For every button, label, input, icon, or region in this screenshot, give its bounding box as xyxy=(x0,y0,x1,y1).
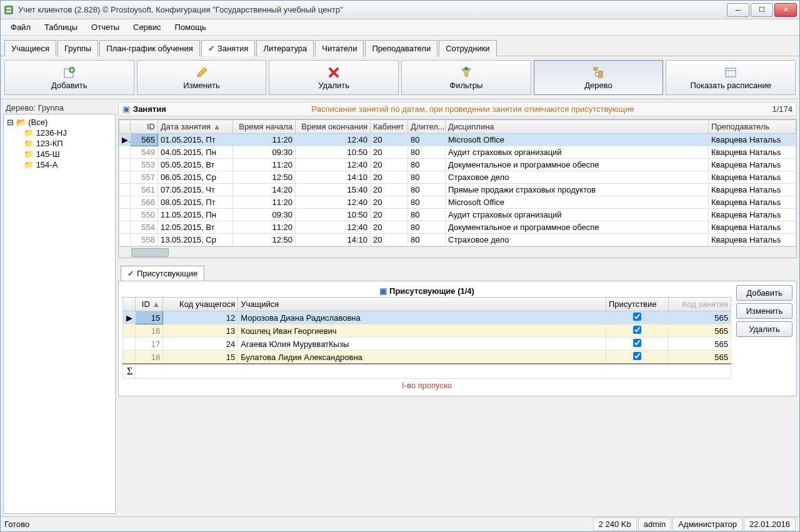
tree-panel: Дерево: Группа ⊟ 📂 (Все) 📁 1236-HJ 📁 123… xyxy=(3,102,116,514)
filters-button[interactable]: Фильтры xyxy=(401,60,531,95)
col-indicator[interactable] xyxy=(119,120,131,134)
cell-presence[interactable] xyxy=(606,351,669,364)
sub-grid-header[interactable]: ID ▲ Код учащегося Учащийся Присутствие … xyxy=(123,298,731,311)
edit-button[interactable]: Изменить xyxy=(137,60,267,95)
presence-checkbox[interactable] xyxy=(633,326,641,334)
row-indicator xyxy=(123,338,136,351)
subtab-attendees[interactable]: ✔Присутсвующие xyxy=(121,266,204,281)
cell-end: 12:40 xyxy=(296,159,371,171)
maximize-button[interactable]: ☐ xyxy=(751,3,773,17)
attendees-grid[interactable]: ID ▲ Код учащегося Учащийся Присутствие … xyxy=(122,297,731,379)
col-date[interactable]: Дата занятия ▲ xyxy=(158,120,233,134)
col-room[interactable]: Кабинет xyxy=(371,120,408,134)
tab-lessons[interactable]: ✔Занятия xyxy=(201,40,256,56)
sub-content: ▣Присутсвующие (1/4) ID ▲ Код учащегося … xyxy=(118,281,797,396)
col-duration[interactable]: Длител... xyxy=(408,120,446,134)
presence-checkbox[interactable] xyxy=(633,339,641,347)
cell-date: 07.05.2015, Чт xyxy=(158,184,233,196)
cell-date: 13.05.2015, Ср xyxy=(158,234,233,246)
titlebar[interactable]: Учет клиентов (2.828) © Prostoysoft. Кон… xyxy=(1,1,799,19)
sub-col-code[interactable]: Код учащегося xyxy=(163,298,238,311)
cell-date: 12.05.2015, Вт xyxy=(158,221,233,234)
tree-button[interactable]: Дерево xyxy=(534,60,664,95)
table-row[interactable]: 557 06.05.2015, Ср 12:50 14:10 20 80 Стр… xyxy=(119,171,796,184)
tree-item[interactable]: 📁 1236-HJ xyxy=(6,128,112,138)
tree-root[interactable]: ⊟ 📂 (Все) xyxy=(6,117,112,128)
schedule-button[interactable]: Показать расписание xyxy=(666,60,796,95)
cell-room: 20 xyxy=(371,159,408,171)
horizontal-scrollbar[interactable] xyxy=(119,246,796,258)
tab-students[interactable]: Учащиеся xyxy=(4,40,56,56)
table-row[interactable]: ▶ 15 12 Морозова Диана Радиславовна 565 xyxy=(123,311,731,324)
col-end[interactable]: Время окончания xyxy=(296,120,371,134)
collapse-icon[interactable]: ⊟ xyxy=(6,118,14,127)
table-row[interactable]: ▶ 565 01.05.2015, Пт 11:20 12:40 20 80 M… xyxy=(119,134,796,146)
tab-teachers[interactable]: Преподаватели xyxy=(365,40,438,56)
table-row[interactable]: 17 24 Агаева Юлия МурувватКызы 565 xyxy=(123,338,731,351)
tree-item[interactable]: 📁 154-А xyxy=(6,159,112,170)
scrollbar-thumb[interactable] xyxy=(131,248,169,257)
folder-open-icon: 📂 xyxy=(16,118,26,127)
tree-item[interactable]: 📁 123-КП xyxy=(6,138,112,149)
delete-button[interactable]: Удалить xyxy=(269,60,399,95)
sigma-icon: Σ xyxy=(123,364,136,379)
add-button[interactable]: Добавить xyxy=(4,60,134,95)
cell-date: 08.05.2015, Пт xyxy=(158,196,233,209)
lessons-grid[interactable]: ID Дата занятия ▲ Время начала Время око… xyxy=(118,119,797,258)
close-button[interactable]: ✕ xyxy=(774,3,797,17)
cell-student: Агаева Юлия МурувватКызы xyxy=(238,338,606,351)
sub-add-button[interactable]: Добавить xyxy=(736,285,792,301)
table-row[interactable]: 553 05.05.2015, Вт 11:20 12:40 20 80 Док… xyxy=(119,159,796,171)
table-row[interactable]: 550 11.05.2015, Пн 09:30 10:50 20 80 Ауд… xyxy=(119,209,796,221)
check-icon: ✔ xyxy=(128,269,134,278)
sub-col-student[interactable]: Учащийся xyxy=(238,298,606,311)
cell-room: 20 xyxy=(371,184,408,196)
cell-presence[interactable] xyxy=(606,311,669,324)
cell-date: 05.05.2015, Вт xyxy=(158,159,233,171)
tab-plan[interactable]: План-график обучения xyxy=(99,40,200,56)
minimize-button[interactable]: ─ xyxy=(727,3,749,17)
sub-delete-button[interactable]: Удалить xyxy=(736,321,792,337)
cell-presence[interactable] xyxy=(606,324,669,338)
tab-groups[interactable]: Группы xyxy=(58,40,98,56)
cell-start: 11:20 xyxy=(233,159,296,171)
sort-asc-icon: ▲ xyxy=(152,299,160,309)
col-teacher[interactable]: Преподаватель xyxy=(709,120,796,134)
main-area: Дерево: Группа ⊟ 📂 (Все) 📁 1236-HJ 📁 123… xyxy=(1,99,799,516)
cell-duration: 80 xyxy=(408,184,446,196)
col-discipline[interactable]: Дисциплина xyxy=(446,120,709,134)
tree-view[interactable]: ⊟ 📂 (Все) 📁 1236-HJ 📁 123-КП 📁 145-Ш 📁 1… xyxy=(3,114,116,514)
table-row[interactable]: 558 13.05.2015, Ср 12:50 14:10 20 80 Стр… xyxy=(119,234,796,246)
tab-staff[interactable]: Сотрудники xyxy=(439,40,496,56)
presence-checkbox[interactable] xyxy=(633,313,641,321)
presence-checkbox[interactable] xyxy=(633,352,641,360)
menu-file[interactable]: Файл xyxy=(4,21,37,34)
tree-item[interactable]: 📁 145-Ш xyxy=(6,149,112,159)
table-row[interactable]: 554 12.05.2015, Вт 11:20 12:40 20 80 Док… xyxy=(119,221,796,234)
table-row[interactable]: 16 13 Кошлец Иван Георгиевич 565 xyxy=(123,324,731,338)
table-row[interactable]: 18 15 Булатова Лидия Александровна 565 xyxy=(123,351,731,364)
sub-col-presence[interactable]: Присутствие xyxy=(606,298,669,311)
menu-reports[interactable]: Отчеты xyxy=(85,21,126,34)
menu-help[interactable]: Помощь xyxy=(169,21,212,34)
sub-col-lesson[interactable]: Код занятия xyxy=(669,298,731,311)
table-row[interactable]: 566 08.05.2015, Пт 11:20 12:40 20 80 Mic… xyxy=(119,196,796,209)
table-row[interactable]: 561 07.05.2015, Чт 14:20 15:40 20 80 Пря… xyxy=(119,184,796,196)
grid-header-row[interactable]: ID Дата занятия ▲ Время начала Время око… xyxy=(119,120,796,134)
menu-service[interactable]: Сервис xyxy=(127,21,168,34)
section-icon: ▣ xyxy=(122,104,130,114)
svg-rect-7 xyxy=(599,71,602,74)
folder-icon: 📁 xyxy=(24,139,34,148)
col-start[interactable]: Время начала xyxy=(233,120,296,134)
sub-edit-button[interactable]: Изменить xyxy=(736,303,792,319)
cell-presence[interactable] xyxy=(606,338,669,351)
table-row[interactable]: 549 04.05.2015, Пн 09:30 10:50 20 80 Ауд… xyxy=(119,146,796,159)
menu-tables[interactable]: Таблицы xyxy=(38,21,84,34)
tab-readers[interactable]: Читатели xyxy=(315,40,364,56)
tab-literature[interactable]: Литература xyxy=(256,40,314,56)
col-id[interactable]: ID xyxy=(131,120,158,134)
status-user: admin xyxy=(638,518,671,531)
svg-rect-6 xyxy=(594,68,598,70)
sub-col-id[interactable]: ID ▲ xyxy=(136,298,163,311)
cell-date: 11.05.2015, Пн xyxy=(158,209,233,221)
